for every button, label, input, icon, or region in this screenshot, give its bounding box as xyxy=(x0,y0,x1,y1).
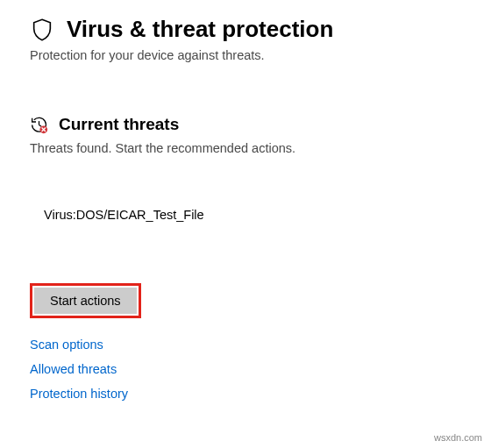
allowed-threats-link[interactable]: Allowed threats xyxy=(30,362,117,376)
history-alert-icon xyxy=(30,116,48,134)
scan-options-link[interactable]: Scan options xyxy=(30,338,103,352)
section-header: Current threats xyxy=(30,115,461,134)
section-title: Current threats xyxy=(59,115,179,134)
page-subtitle: Protection for your device against threa… xyxy=(30,48,461,62)
watermark: wsxdn.com xyxy=(434,432,482,443)
threat-item[interactable]: Virus:DOS/EICAR_Test_File xyxy=(44,208,461,222)
section-subtitle: Threats found. Start the recommended act… xyxy=(30,141,461,155)
protection-history-link[interactable]: Protection history xyxy=(30,387,128,401)
page-header: Virus & threat protection xyxy=(30,16,461,43)
highlight-box: Start actions xyxy=(30,283,141,318)
links-section: Scan options Allowed threats Protection … xyxy=(30,338,461,401)
svg-line-1 xyxy=(39,124,42,126)
shield-icon xyxy=(30,18,54,42)
page-title: Virus & threat protection xyxy=(67,16,333,43)
start-actions-button[interactable]: Start actions xyxy=(34,288,137,314)
